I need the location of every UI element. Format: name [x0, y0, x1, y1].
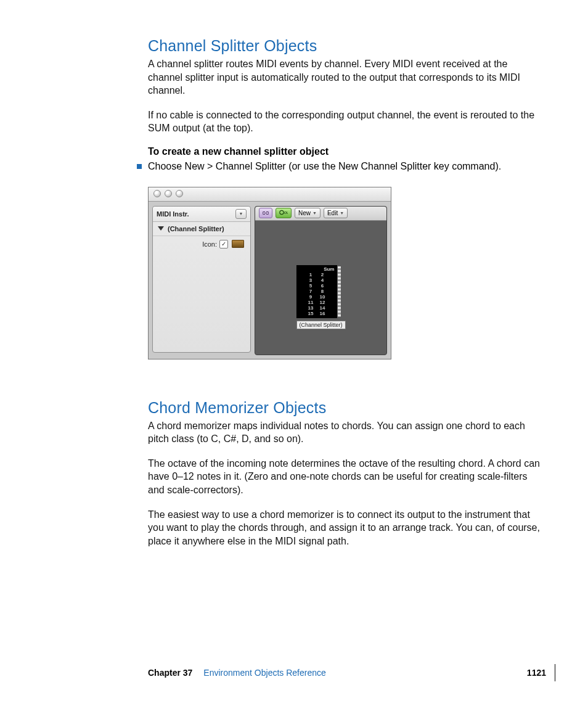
- icon-label: Icon:: [202, 240, 217, 248]
- subheading: To create a new channel splitter object: [148, 146, 542, 157]
- chevron-down-icon: ▼: [312, 211, 317, 215]
- bullet-item: Choose New > Channel Splitter (or use th…: [137, 160, 542, 173]
- link-button[interactable]: [259, 208, 272, 218]
- inspector-title: MIDI Instr.: [157, 210, 235, 218]
- chain-icon: [263, 210, 269, 216]
- paragraph: If no cable is connected to the correspo…: [148, 109, 542, 135]
- sum-output-label: Sum: [324, 267, 334, 272]
- footer-title: Environment Objects Reference: [203, 668, 526, 678]
- paragraph: The octave of the incoming note determin…: [148, 457, 542, 497]
- edit-menu[interactable]: Edit ▼: [324, 208, 348, 218]
- dropdown-button[interactable]: ▼: [235, 209, 247, 219]
- footer-chapter: Chapter 37: [148, 668, 192, 678]
- paragraph: A chord memorizer maps individual notes …: [148, 419, 542, 446]
- paragraph: A channel splitter routes MIDI events by…: [148, 57, 542, 97]
- svg-text:OUT: OUT: [284, 211, 288, 215]
- icon-checkbox[interactable]: ✓: [219, 240, 228, 248]
- heading-chord-memorizer: Chord Memorizer Objects: [148, 399, 542, 417]
- new-menu-label: New: [298, 210, 311, 216]
- close-icon[interactable]: [153, 190, 161, 197]
- even-channel-column: 2 4 6 8 10 12 14 16: [319, 273, 325, 317]
- inspector-row-label: (Channel Splitter): [168, 225, 224, 232]
- inspector-disclosure-row[interactable]: (Channel Splitter): [153, 222, 250, 236]
- footer-rule: [555, 664, 555, 681]
- output-port-strip[interactable]: [337, 266, 341, 318]
- page-footer: Chapter 37 Environment Objects Reference…: [148, 668, 546, 678]
- midi-out-button[interactable]: OUT: [276, 208, 292, 218]
- bullet-icon: [137, 164, 142, 169]
- heading-channel-splitter: Channel Splitter Objects: [148, 37, 542, 55]
- disclosure-triangle-icon: [158, 226, 164, 231]
- environment-canvas[interactable]: OUT New ▼ Edit ▼ Sum: [255, 206, 387, 355]
- app-screenshot: MIDI Instr. ▼ (Channel Splitter) Icon: ✓: [148, 187, 391, 359]
- channel-number: 16: [319, 311, 325, 317]
- channel-splitter-object[interactable]: Sum 1 3 5 7 9 11 13 15: [296, 265, 345, 329]
- zoom-icon[interactable]: [176, 190, 183, 197]
- object-icon-swatch[interactable]: [232, 240, 244, 248]
- object-name-label[interactable]: (Channel Splitter): [296, 321, 345, 329]
- channel-number: 15: [308, 311, 314, 317]
- canvas-toolbar: OUT New ▼ Edit ▼: [255, 207, 386, 221]
- new-menu[interactable]: New ▼: [295, 208, 321, 218]
- page-number: 1121: [527, 668, 546, 678]
- window-titlebar: [149, 187, 391, 202]
- minimize-icon[interactable]: [165, 190, 172, 197]
- midi-out-icon: OUT: [279, 210, 288, 216]
- odd-channel-column: 1 3 5 7 9 11 13 15: [308, 273, 314, 317]
- inspector-panel: MIDI Instr. ▼ (Channel Splitter) Icon: ✓: [152, 206, 251, 353]
- svg-point-0: [280, 210, 284, 214]
- bullet-text: Choose New > Channel Splitter (or use th…: [148, 160, 501, 173]
- edit-menu-label: Edit: [327, 210, 338, 216]
- paragraph: The easiest way to use a chord memorizer…: [148, 508, 542, 548]
- chevron-down-icon: ▼: [340, 211, 344, 215]
